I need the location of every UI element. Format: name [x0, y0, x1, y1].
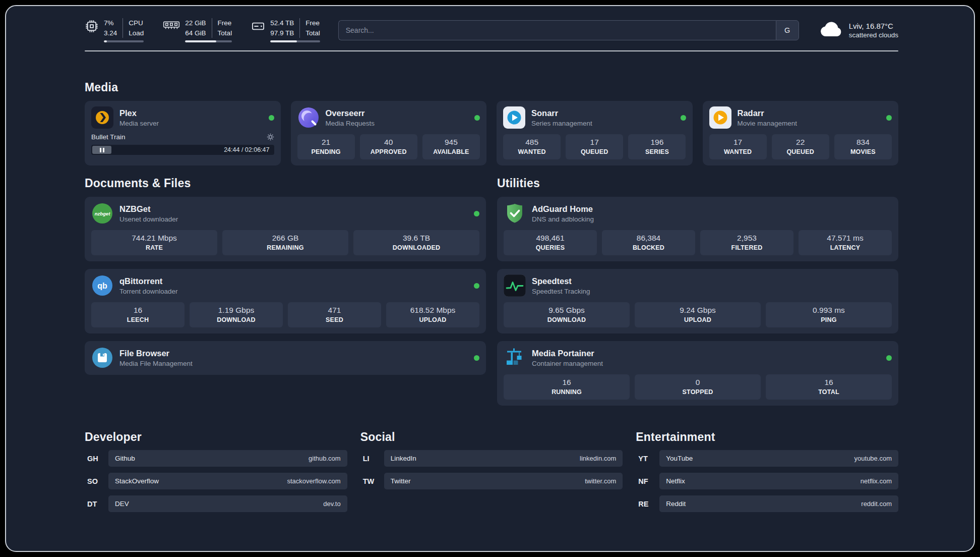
metric-disk: 52.4 TB 97.9 TB Free Total [251, 18, 320, 42]
ram-free-label: Free [218, 18, 232, 28]
system-metrics: 7% 3.24 CPU Load [85, 18, 320, 42]
bookmark-abbr: LI [360, 455, 384, 463]
app-name: Plex [119, 108, 159, 119]
bookmark-link[interactable]: StackOverflowstackoverflow.com [108, 473, 347, 489]
search-input[interactable] [338, 20, 776, 40]
bookmark-link[interactable]: DEVdev.to [108, 495, 347, 512]
stat-total: 16TOTAL [766, 374, 892, 400]
stat-leech: 16LEECH [91, 302, 185, 327]
app-subtitle: Movie management [738, 120, 798, 127]
stat-stopped: 0STOPPED [635, 374, 761, 400]
stat-upload: 618.52 MbpsUPLOAD [386, 302, 479, 327]
status-online-dot [474, 355, 479, 361]
weather-location: Lviv, 16.87°C [849, 22, 898, 30]
stat-upload: 9.24 GbpsUPLOAD [635, 302, 761, 327]
playback-progress-bar[interactable]: 24:44 / 02:06:47 [91, 145, 274, 155]
bookmark-link[interactable]: LinkedInlinkedin.com [384, 450, 623, 467]
stat-movies: 834MOVIES [834, 134, 892, 159]
svg-text:qb: qb [97, 282, 107, 290]
radarr-icon [709, 106, 731, 129]
ram-icon [163, 18, 180, 42]
filebrowser-icon [91, 347, 113, 369]
app-card-nzbget[interactable]: nzbget NZBGet Usenet downloader 744.21 M… [85, 197, 486, 261]
app-card-radarr[interactable]: Radarr Movie management 17WANTED 22QUEUE… [703, 101, 899, 165]
adguard-icon [504, 202, 526, 225]
app-name: Overseerr [326, 108, 375, 119]
cpu-usage-label: CPU [129, 18, 144, 28]
search-engine-button[interactable]: G [776, 20, 799, 40]
bookmark-abbr: TW [360, 477, 384, 485]
app-subtitle: Media server [119, 120, 159, 127]
app-card-plex[interactable]: Plex Media server Bullet Train [85, 101, 281, 165]
ram-free-value: 22 GiB [185, 18, 206, 28]
disk-free-value: 52.4 TB [270, 18, 294, 28]
metric-ram: 22 GiB 64 GiB Free Total [163, 18, 232, 42]
app-card-adguard[interactable]: AdGuard Home DNS and adblocking 498,461Q… [497, 197, 898, 261]
stat-running: 16RUNNING [504, 374, 630, 400]
stat-approved: 40APPROVED [360, 134, 417, 159]
stat-pending: 21PENDING [297, 134, 355, 159]
bookmark-link[interactable]: YouTubeyoutube.com [659, 450, 898, 467]
app-name: NZBGet [119, 204, 178, 214]
svg-text:nzbget: nzbget [95, 211, 110, 216]
disk-icon [251, 18, 265, 42]
stat-rate: 744.21 MbpsRATE [91, 230, 217, 255]
plex-now-playing-row: Bullet Train [91, 133, 274, 141]
bookmark-github: GH Githubgithub.com [85, 450, 347, 467]
section-title-media: Media [85, 81, 898, 94]
bookmark-link[interactable]: Netflixnetflix.com [659, 473, 898, 489]
app-name: qBittorrent [119, 276, 178, 287]
search-bar: G [338, 20, 799, 40]
speedtest-icon [504, 274, 526, 297]
disk-free-label: Free [305, 18, 320, 28]
cloud-icon [819, 22, 842, 39]
bookmark-abbr: YT [636, 455, 659, 463]
disk-total-value: 97.9 TB [270, 28, 294, 38]
stat-download: 9.65 GbpsDOWNLOAD [504, 302, 630, 327]
metric-cpu: 7% 3.24 CPU Load [85, 18, 144, 42]
app-card-portainer[interactable]: Media Portainer Container management 16R… [497, 341, 898, 406]
bookmark-link[interactable]: Twittertwitter.com [384, 473, 623, 489]
status-online-dot [474, 211, 479, 216]
bookmark-link[interactable]: Githubgithub.com [108, 450, 347, 467]
nzbget-icon: nzbget [91, 202, 113, 225]
stat-filtered: 2,953FILTERED [700, 230, 793, 255]
now-playing-title: Bullet Train [91, 133, 126, 141]
bookmark-abbr: NF [636, 477, 659, 485]
app-name: File Browser [119, 349, 193, 359]
bookmark-stackoverflow: SO StackOverflowstackoverflow.com [85, 473, 347, 489]
pause-button[interactable] [92, 146, 111, 154]
stat-downloaded: 39.6 TBDOWNLOADED [353, 230, 479, 255]
cpu-load-value: 3.24 [104, 28, 117, 38]
stat-queued: 22QUEUED [772, 134, 829, 159]
stat-seed: 471SEED [288, 302, 381, 327]
app-subtitle: Speedtest Tracking [532, 288, 590, 295]
bookmark-group-entertainment: Entertainment YT YouTubeyoutube.com NF N… [636, 430, 898, 518]
app-card-sonarr[interactable]: Sonarr Series management 485WANTED 17QUE… [497, 101, 693, 165]
app-subtitle: Media File Management [119, 360, 193, 367]
app-name: Radarr [738, 108, 798, 119]
app-card-qbittorrent[interactable]: qb qBittorrent Torrent downloader 16LEEC… [85, 269, 486, 333]
app-card-overseerr[interactable]: Overseerr Media Requests 21PENDING 40APP… [291, 101, 487, 165]
bookmark-dev: DT DEVdev.to [85, 495, 347, 512]
app-card-speedtest[interactable]: Speedtest Speedtest Tracking 9.65 GbpsDO… [497, 269, 898, 333]
app-name: Media Portainer [532, 349, 603, 359]
weather-widget[interactable]: Lviv, 16.87°C scattered clouds [819, 22, 898, 39]
bookmark-link[interactable]: Redditreddit.com [659, 495, 898, 512]
settings-gear-icon[interactable] [267, 133, 274, 141]
app-subtitle: DNS and adblocking [532, 215, 594, 223]
stat-latency: 47.571 msLATENCY [799, 230, 892, 255]
app-subtitle: Series management [531, 120, 592, 127]
bookmark-abbr: RE [636, 500, 659, 508]
section-title-social: Social [360, 430, 623, 444]
status-online-dot [886, 115, 892, 121]
bookmark-youtube: YT YouTubeyoutube.com [636, 450, 898, 467]
status-online-dot [681, 115, 686, 121]
ram-total-value: 64 GiB [185, 28, 206, 38]
pause-icon [100, 148, 101, 152]
bookmark-group-developer: Developer GH Githubgithub.com SO StackOv… [85, 430, 347, 518]
status-online-dot [474, 115, 480, 121]
cpu-progress-bar [104, 40, 144, 42]
bookmark-netflix: NF Netflixnetflix.com [636, 473, 898, 489]
app-card-filebrowser[interactable]: File Browser Media File Management [85, 341, 486, 375]
